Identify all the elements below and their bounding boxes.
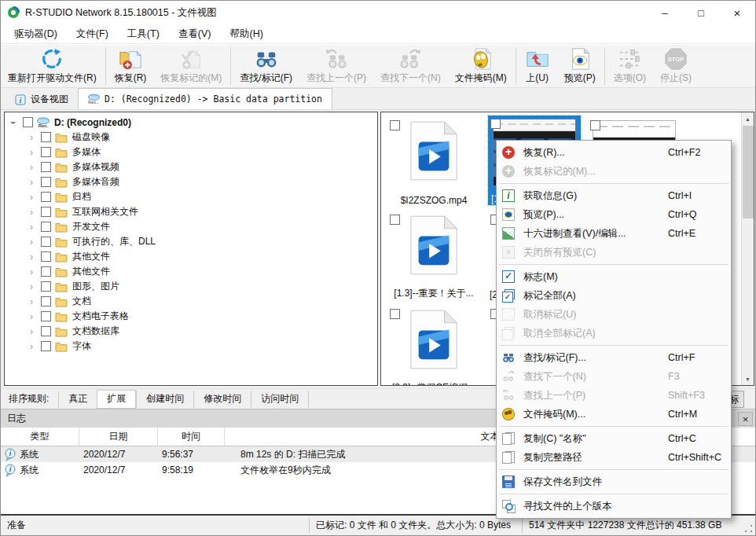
- tree-checkbox[interactable]: [41, 207, 51, 217]
- log-close-button[interactable]: ×: [738, 412, 753, 426]
- tree-item[interactable]: ›互联网相关文件: [5, 204, 377, 219]
- file-item[interactable]: [2.3]--掌握CE挖掘...: [387, 306, 480, 386]
- tree-checkbox[interactable]: [41, 177, 51, 187]
- tree-item[interactable]: ›文档: [5, 294, 377, 309]
- file-checkbox[interactable]: [390, 309, 400, 319]
- menu-item-preview[interactable]: 预览(P)...Ctrl+Q: [497, 205, 731, 224]
- tree-checkbox[interactable]: [41, 132, 51, 142]
- tree-checkbox[interactable]: [41, 296, 51, 307]
- menu-item-recover-marked[interactable]: 恢复标记的(M)...: [497, 162, 731, 181]
- log-col-date[interactable]: 日期: [79, 428, 158, 446]
- file-item[interactable]: [1.3]--重要！关于...: [387, 211, 480, 301]
- recover-button[interactable]: 恢复(R): [108, 45, 154, 87]
- scrollbar-thumb[interactable]: [743, 126, 754, 218]
- menu-item-find-previous[interactable]: 查找上一个(P)Shift+F3: [497, 386, 731, 405]
- tree-checkbox[interactable]: [23, 117, 33, 127]
- tree-item[interactable]: ›文档数据库: [5, 324, 377, 339]
- tree-checkbox[interactable]: [41, 251, 51, 262]
- file-checkbox[interactable]: [390, 120, 400, 130]
- minimize-button[interactable]: –: [647, 1, 683, 24]
- menu-item-copy-full-path[interactable]: 复制完整路径Ctrl+Shift+C: [497, 448, 731, 467]
- chevron-right-icon[interactable]: ›: [26, 222, 37, 233]
- chevron-right-icon[interactable]: ›: [26, 237, 37, 248]
- find-next-button[interactable]: 查找下一个(N): [373, 45, 448, 87]
- tree-checkbox[interactable]: [41, 192, 51, 202]
- chevron-right-icon[interactable]: ›: [26, 341, 37, 352]
- find-mark-button[interactable]: 查找/标记(F): [233, 45, 299, 87]
- chevron-right-icon[interactable]: ›: [26, 132, 37, 143]
- menu-item-save-filenames[interactable]: 保存文件名到文件: [497, 472, 731, 491]
- up-button[interactable]: 上(U): [518, 45, 557, 87]
- menu-drive[interactable]: 驱动器(D): [5, 28, 67, 41]
- menu-item-unmark[interactable]: 取消标记(U): [497, 305, 731, 324]
- menu-item-recover[interactable]: 恢复(R)...Ctrl+F2: [497, 143, 731, 162]
- file-checkbox[interactable]: [390, 215, 400, 225]
- resize-grip[interactable]: [743, 523, 754, 534]
- menu-item-hex-view[interactable]: 十六进制查看(V)/编辑...Ctrl+E: [497, 224, 731, 243]
- scroll-down-icon[interactable]: ▼: [742, 373, 754, 385]
- file-checkbox[interactable]: [590, 120, 600, 130]
- sort-tab-extension[interactable]: 扩展: [97, 390, 136, 409]
- menu-file[interactable]: 文件(F): [67, 28, 118, 41]
- chevron-right-icon[interactable]: ›: [26, 266, 37, 277]
- chevron-right-icon[interactable]: ›: [26, 326, 37, 337]
- sort-tab-created[interactable]: 创建时间: [136, 391, 193, 408]
- tab-recognized-partition[interactable]: Rec. D: (Recognized0) -> Basic data part…: [78, 88, 332, 109]
- recover-marked-button[interactable]: 恢复标记的(M): [153, 45, 229, 87]
- maximize-button[interactable]: □: [683, 1, 719, 24]
- menu-tools[interactable]: 工具(T): [118, 28, 169, 41]
- chevron-right-icon[interactable]: ›: [26, 192, 37, 203]
- chevron-right-icon[interactable]: ›: [26, 281, 37, 292]
- tree-item[interactable]: ›文档电子表格: [5, 309, 377, 324]
- tree-checkbox[interactable]: [41, 311, 51, 321]
- tree-item[interactable]: ›多媒体音频: [5, 174, 377, 189]
- options-button[interactable]: 选项(O): [607, 45, 653, 87]
- tree-checkbox[interactable]: [41, 162, 51, 172]
- log-col-type[interactable]: 类型: [1, 428, 79, 446]
- tree-item[interactable]: ›开发文件: [5, 219, 377, 234]
- menu-item-file-mask[interactable]: 文件掩码(M)...Ctrl+M: [497, 405, 731, 424]
- tab-device-view[interactable]: i 设备视图: [6, 90, 78, 109]
- close-button[interactable]: ×: [719, 1, 755, 24]
- menu-help[interactable]: 帮助(H): [220, 28, 272, 41]
- tree-item-root[interactable]: › Rec. D: (Recognized0): [5, 115, 377, 130]
- tree-item[interactable]: ›字体: [5, 339, 377, 354]
- file-item[interactable]: $I2ZSZOG.mp4: [387, 117, 480, 207]
- menu-item-unmark-all[interactable]: 取消全部标记(A): [497, 324, 731, 343]
- scroll-up-icon[interactable]: ▲: [742, 112, 754, 125]
- tree-item[interactable]: ›多媒体: [5, 145, 377, 160]
- tree-item[interactable]: ›图形、图片: [5, 279, 377, 294]
- chevron-right-icon[interactable]: ›: [26, 311, 37, 322]
- sort-tab-real[interactable]: 真正: [58, 391, 97, 408]
- tree-checkbox[interactable]: [41, 222, 51, 232]
- vertical-scrollbar[interactable]: ▲ ▼: [741, 112, 754, 385]
- find-previous-button[interactable]: 查找上一个(P): [299, 45, 373, 87]
- menu-item-find-next[interactable]: 查找下一个(N)F3: [497, 367, 731, 386]
- menu-item-copy-name[interactable]: 复制(C) "名称"Ctrl+C: [497, 429, 731, 448]
- tree-item[interactable]: ›其他文件: [5, 264, 377, 279]
- menu-item-mark-all[interactable]: 标记全部(A): [497, 286, 731, 305]
- tree-item[interactable]: ›磁盘映像: [5, 130, 377, 145]
- tree-item[interactable]: ›可执行的、库、DLL: [5, 234, 377, 249]
- menu-item-close-previews[interactable]: 关闭所有预览(C): [497, 243, 731, 262]
- tree-item[interactable]: ›归档: [5, 189, 377, 204]
- tree-item[interactable]: ›多媒体视频: [5, 160, 377, 174]
- sort-tab-modified[interactable]: 修改时间: [193, 391, 251, 408]
- preview-button[interactable]: 预览(P): [557, 45, 603, 87]
- tree-checkbox[interactable]: [41, 326, 51, 336]
- reopen-drives-button[interactable]: 重新打开驱动文件(R): [1, 45, 104, 87]
- stop-button[interactable]: STOP 停止(S): [653, 45, 699, 87]
- log-col-time[interactable]: 时间: [158, 428, 225, 446]
- tree-checkbox[interactable]: [41, 147, 51, 157]
- tree-checkbox[interactable]: [41, 281, 51, 292]
- chevron-right-icon[interactable]: ›: [26, 207, 37, 218]
- chevron-down-icon[interactable]: ›: [8, 117, 19, 128]
- chevron-right-icon[interactable]: ›: [26, 162, 37, 173]
- menu-item-find-mark[interactable]: 查找/标记(F)...Ctrl+F: [497, 348, 731, 367]
- file-mask-button[interactable]: 文件掩码(M): [448, 45, 514, 87]
- tree-checkbox[interactable]: [41, 341, 51, 351]
- menu-view[interactable]: 查看(V): [169, 28, 221, 41]
- sort-tab-accessed[interactable]: 访问时间: [251, 391, 309, 408]
- chevron-right-icon[interactable]: ›: [26, 296, 37, 307]
- chevron-right-icon[interactable]: ›: [26, 251, 37, 262]
